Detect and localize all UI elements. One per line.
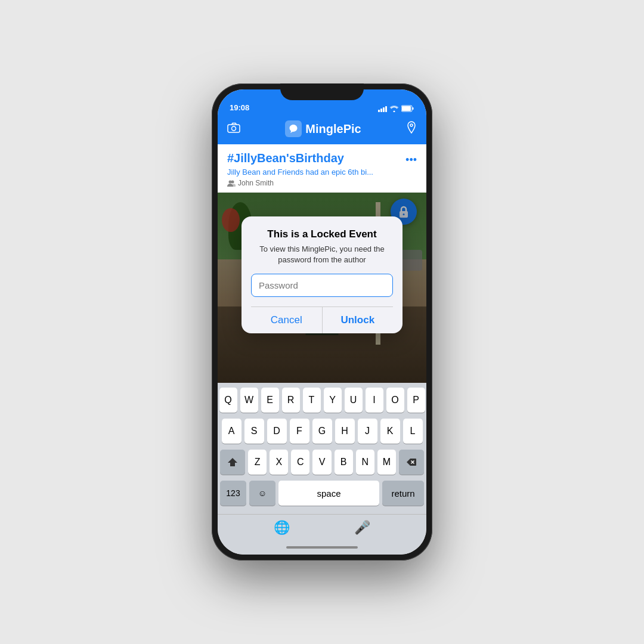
event-title: #JillyBean'sBirthday xyxy=(227,151,344,165)
keyboard-row-4: 123 ☺ space return xyxy=(220,481,424,506)
event-author: John Smith xyxy=(227,179,417,187)
modal-overlay: This is a Locked Event To view this Ming… xyxy=(218,193,426,383)
event-header: #JillyBean'sBirthday ••• Jilly Bean and … xyxy=(218,144,426,193)
globe-icon[interactable]: 🌐 xyxy=(274,520,290,535)
content-area: #JillyBean'sBirthday ••• Jilly Bean and … xyxy=(218,144,426,555)
unlock-button[interactable]: Unlock xyxy=(323,307,394,333)
key-n[interactable]: N xyxy=(356,450,374,475)
emoji-key[interactable]: ☺ xyxy=(249,481,275,506)
key-r[interactable]: R xyxy=(282,388,300,413)
key-q[interactable]: Q xyxy=(219,388,237,413)
key-p[interactable]: P xyxy=(407,388,425,413)
key-l[interactable]: L xyxy=(403,419,423,444)
modal-dialog: This is a Locked Event To view this Ming… xyxy=(242,216,402,333)
key-w[interactable]: W xyxy=(240,388,258,413)
app-logo: MinglePic xyxy=(285,120,361,137)
keyboard-row-2: A S D F G H J K L xyxy=(220,419,424,444)
camera-icon[interactable] xyxy=(227,122,240,136)
phone-screen: 19:08 xyxy=(218,89,426,555)
key-t[interactable]: T xyxy=(303,388,321,413)
svg-point-4 xyxy=(232,126,236,131)
svg-rect-2 xyxy=(413,107,414,110)
author-name: John Smith xyxy=(238,179,274,187)
event-menu-icon[interactable]: ••• xyxy=(405,154,417,166)
app-header: MinglePic xyxy=(218,116,426,144)
modal-description: To view this MinglePic, you need the pas… xyxy=(251,244,393,265)
logo-mark xyxy=(285,120,302,137)
svg-point-5 xyxy=(410,124,413,126)
modal-button-row: Cancel Unlock xyxy=(251,306,393,333)
key-g[interactable]: G xyxy=(312,419,332,444)
return-key[interactable]: return xyxy=(382,481,424,506)
password-input[interactable] xyxy=(251,274,393,297)
key-c[interactable]: C xyxy=(291,450,309,475)
key-y[interactable]: Y xyxy=(324,388,342,413)
microphone-icon[interactable]: 🎤 xyxy=(354,520,370,535)
key-k[interactable]: K xyxy=(380,419,400,444)
keyboard-row-1: Q W E R T Y U I O P xyxy=(220,388,424,413)
key-o[interactable]: O xyxy=(386,388,404,413)
bottom-bar: 🌐 🎤 xyxy=(218,514,426,540)
keyboard-row-3: Z X C V B N M xyxy=(220,450,424,475)
key-h[interactable]: H xyxy=(335,419,355,444)
key-i[interactable]: I xyxy=(366,388,383,413)
cancel-button[interactable]: Cancel xyxy=(251,307,323,333)
key-j[interactable]: J xyxy=(358,419,377,444)
location-icon[interactable] xyxy=(406,121,417,137)
event-subtitle: Jilly Bean and Friends had an epic 6th b… xyxy=(227,168,417,177)
notch xyxy=(280,83,364,100)
key-u[interactable]: U xyxy=(345,388,363,413)
key-s[interactable]: S xyxy=(244,419,264,444)
key-v[interactable]: V xyxy=(312,450,331,475)
key-m[interactable]: M xyxy=(377,450,396,475)
numbers-key[interactable]: 123 xyxy=(220,481,246,506)
key-b[interactable]: B xyxy=(335,450,353,475)
keyboard: Q W E R T Y U I O P A S D F G xyxy=(218,383,426,514)
space-key[interactable]: space xyxy=(278,481,379,506)
key-f[interactable]: F xyxy=(290,419,309,444)
status-time: 19:08 xyxy=(230,103,249,112)
phone-device: 19:08 xyxy=(212,83,432,561)
shift-key[interactable] xyxy=(220,450,245,475)
signal-icon xyxy=(378,105,387,112)
home-indicator xyxy=(218,540,426,555)
home-bar xyxy=(286,546,358,549)
svg-rect-1 xyxy=(402,106,411,111)
modal-title: This is a Locked Event xyxy=(251,228,393,240)
svg-point-7 xyxy=(231,181,234,184)
key-a[interactable]: A xyxy=(222,419,242,444)
photo-area: This is a Locked Event To view this Ming… xyxy=(218,193,426,383)
key-d[interactable]: D xyxy=(267,419,287,444)
status-icons xyxy=(378,105,414,112)
delete-key[interactable] xyxy=(399,450,424,475)
app-name-label: MinglePic xyxy=(305,122,361,136)
key-z[interactable]: Z xyxy=(248,450,267,475)
battery-icon xyxy=(401,105,414,112)
svg-rect-3 xyxy=(228,125,240,132)
wifi-icon xyxy=(389,105,399,112)
key-e[interactable]: E xyxy=(261,388,279,413)
key-x[interactable]: X xyxy=(270,450,288,475)
